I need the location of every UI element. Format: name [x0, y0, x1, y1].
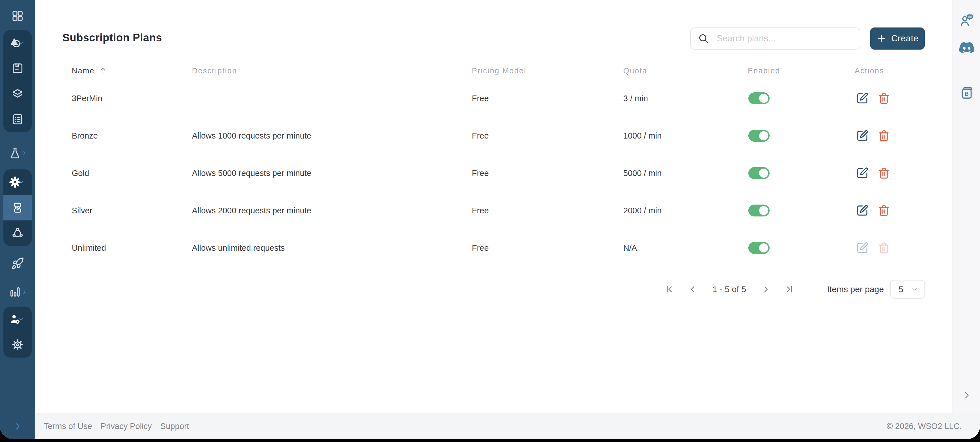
plan-quota: 1000 / min — [623, 131, 748, 141]
plan-pricing-model: Free — [472, 94, 623, 103]
analytics-bars-icon — [8, 285, 22, 298]
footer-links: Terms of Use Privacy Policy Support — [44, 421, 189, 431]
sidebar-item-test[interactable] — [0, 141, 35, 165]
sidebar-item-advanced-settings[interactable] — [3, 332, 32, 358]
sidebar-item-design[interactable] — [3, 30, 32, 55]
table-body: 3PerMin Free 3 / min Bronze — [72, 79, 933, 267]
sidebar-item-policies[interactable] — [3, 106, 32, 132]
column-header-pricing-model: Pricing Model — [472, 67, 623, 75]
column-header-quota: Quota — [623, 67, 748, 75]
enabled-toggle[interactable] — [748, 130, 770, 142]
enabled-toggle[interactable] — [748, 92, 770, 104]
next-page-button[interactable] — [761, 284, 771, 295]
row-actions — [855, 241, 933, 254]
support-link[interactable]: Support — [160, 421, 189, 431]
sidebar-group-develop — [3, 30, 32, 132]
plan-name: Silver — [72, 206, 192, 215]
sidebar-item-user-management[interactable] — [3, 307, 32, 332]
enabled-toggle[interactable] — [748, 242, 770, 254]
table-row: 3PerMin Free 3 / min — [72, 79, 933, 117]
sidebar-item-workflows[interactable] — [3, 220, 32, 246]
table-row: Gold Allows 5000 requests per minute Fre… — [72, 154, 933, 192]
docs-button[interactable]: B — [959, 86, 974, 100]
row-actions — [855, 166, 933, 180]
edit-button[interactable] — [856, 129, 869, 142]
sidebar-expand-button[interactable] — [0, 413, 35, 439]
plus-icon — [877, 34, 886, 43]
sidebar-item-subscription-plans[interactable]: $ — [3, 195, 32, 220]
delete-button[interactable] — [877, 166, 890, 180]
gear-outline-icon — [11, 338, 24, 351]
create-button-label: Create — [891, 33, 918, 44]
plan-description: Allows 2000 requests per minute — [192, 206, 472, 215]
copyright-text: © 2026, WSO2 LLC. — [887, 421, 962, 431]
edit-button-disabled — [856, 241, 869, 254]
delete-button[interactable] — [877, 129, 890, 142]
plan-name: Gold — [72, 169, 192, 178]
enabled-toggle[interactable] — [748, 204, 770, 217]
previous-page-button[interactable] — [688, 284, 698, 295]
sidebar-item-dashboard[interactable] — [0, 3, 35, 29]
last-page-button[interactable] — [784, 284, 794, 295]
items-per-page-label: Items per page — [827, 284, 884, 294]
items-per-page-value: 5 — [899, 284, 904, 294]
delete-button[interactable] — [877, 204, 890, 217]
discord-button[interactable] — [959, 40, 974, 55]
sort-ascending-icon — [99, 67, 107, 75]
content-column: Subscription Plans Create Name — [35, 0, 980, 439]
main-content: Subscription Plans Create Name — [35, 0, 953, 413]
column-header-name[interactable]: Name — [72, 67, 192, 75]
content-row: Subscription Plans Create Name — [35, 0, 980, 413]
plan-quota: 2000 / min — [623, 206, 748, 215]
column-header-enabled: Enabled — [748, 67, 855, 75]
plans-table: Name Description Pricing Model Quota Ena… — [72, 62, 933, 267]
chevron-right-icon — [21, 288, 28, 295]
chevron-right-icon — [21, 150, 28, 157]
edit-button[interactable] — [856, 166, 869, 180]
chevron-right-icon — [962, 390, 972, 400]
rail-collapse-button[interactable] — [962, 390, 972, 401]
privacy-policy-link[interactable]: Privacy Policy — [101, 421, 152, 431]
sidebar-item-catalog[interactable] — [3, 55, 32, 81]
sidebar-item-deploy[interactable] — [0, 251, 35, 276]
policy-list-icon — [11, 113, 24, 126]
search-input[interactable] — [717, 33, 853, 44]
workflow-nodes-icon — [11, 227, 24, 240]
items-per-page-select[interactable]: 5 — [890, 280, 925, 299]
rail-divider — [960, 71, 973, 71]
sidebar-item-analytics[interactable] — [0, 279, 35, 304]
delete-button-disabled — [877, 241, 890, 254]
edit-button[interactable] — [856, 204, 869, 217]
feedback-button[interactable] — [959, 13, 974, 28]
plan-quota: 3 / min — [623, 94, 748, 103]
chevron-down-icon — [18, 179, 24, 185]
enabled-toggle[interactable] — [748, 167, 770, 179]
plan-description: Allows unlimited requests — [192, 243, 472, 253]
delete-button[interactable] — [877, 92, 890, 105]
create-button[interactable]: Create — [870, 27, 925, 49]
docs-b-icon: B — [959, 86, 974, 100]
flask-icon — [8, 146, 22, 160]
table-row: Silver Allows 2000 requests per minute F… — [72, 192, 933, 229]
app-window: $ — [0, 0, 980, 439]
chevron-right-icon — [13, 422, 22, 431]
row-actions — [855, 204, 933, 217]
terms-of-use-link[interactable]: Terms of Use — [44, 421, 92, 431]
plan-name: 3PerMin — [72, 94, 192, 103]
app-footer: Terms of Use Privacy Policy Support © 20… — [35, 413, 980, 439]
sidebar-item-settings[interactable] — [3, 170, 32, 195]
sidebar-item-layers[interactable] — [3, 81, 32, 106]
right-rail: B — [953, 0, 980, 413]
column-header-actions: Actions — [855, 67, 933, 75]
sidebar-group-admin — [3, 307, 32, 358]
sidebar-group-manage: $ — [3, 170, 32, 246]
edit-button[interactable] — [856, 92, 869, 105]
first-page-button[interactable] — [664, 284, 675, 295]
pagination: 1 - 5 of 5 Items per page 5 — [664, 280, 925, 299]
user-chat-icon — [959, 13, 974, 28]
plan-description: Allows 5000 requests per minute — [192, 169, 472, 178]
row-actions — [855, 129, 933, 142]
plan-description: Allows 1000 requests per minute — [192, 131, 472, 141]
search-box — [690, 27, 860, 49]
layers-icon — [11, 87, 24, 100]
